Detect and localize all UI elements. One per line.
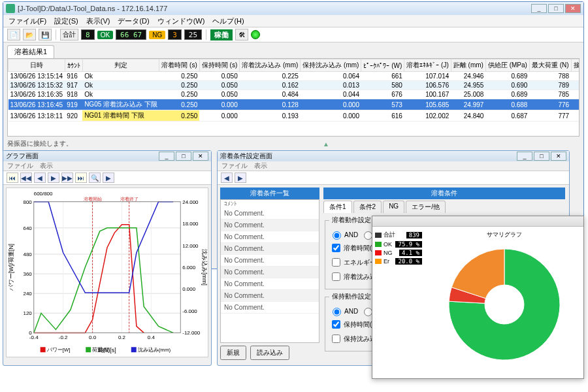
cond-menu-file[interactable]: ファイル (221, 161, 248, 171)
new-icon[interactable]: 📄 (7, 29, 20, 41)
graph-menu-view[interactable]: 表示 (40, 161, 53, 171)
tool-icon[interactable]: 🛠 (235, 29, 248, 41)
cond-next-icon[interactable]: ▶ (235, 172, 246, 183)
col-header[interactable]: 溶着ｴﾈﾙｷﾞｰ (J) (404, 59, 451, 72)
minimize-button[interactable]: _ (531, 4, 547, 13)
col-header[interactable]: 接触速度 (mm/s) (571, 59, 580, 72)
load-button[interactable]: 読み込み (250, 346, 289, 360)
maximize-button[interactable]: □ (548, 4, 564, 13)
chk-weld-time[interactable]: 溶着時間(s) (329, 242, 378, 254)
cond-min-button[interactable]: _ (517, 152, 532, 161)
svg-text:-0.2: -0.2 (59, 335, 68, 340)
graph-min-button[interactable]: _ (159, 152, 174, 161)
app-icon (6, 4, 15, 13)
close-button[interactable]: ✕ (565, 4, 581, 13)
menu-view[interactable]: 表示(V) (86, 16, 110, 26)
rewind-icon[interactable]: ◀◀ (20, 172, 32, 183)
cond-list-item[interactable]: No Comment. (221, 302, 319, 314)
graph-menu-file[interactable]: ファイル (7, 161, 33, 171)
cond-list-item[interactable]: No Comment. (221, 208, 319, 220)
menu-data[interactable]: データ(D) (118, 16, 149, 26)
svg-text:18.000: 18.000 (182, 221, 199, 227)
cond-menu-view[interactable]: 表示 (254, 161, 267, 171)
summary-legend: 合計839OK75.9 %NG4.1 %Er20.0 % (372, 227, 425, 377)
table-row[interactable]: 13/06/26 13:16:45919NG05 溶着沈み込み 下限0.2500… (8, 99, 580, 110)
radio-hold-and[interactable]: AND (329, 306, 358, 316)
table-row[interactable]: 13/06/26 13:15:14916Ok0.2500.0500.2250.0… (8, 72, 580, 81)
svg-text:パワー[W]/荷重[N]: パワー[W]/荷重[N] (8, 244, 14, 291)
legend-item: OK75.9 % (375, 241, 422, 248)
svg-text:0.000: 0.000 (182, 286, 195, 292)
menu-window[interactable]: ウィンドウ(W) (157, 16, 205, 26)
rewind-all-icon[interactable]: ⏮ (7, 172, 18, 183)
summary-window: 合計839OK75.9 %NG4.1 %Er20.0 % サマリグラフ (372, 216, 584, 379)
cond-list-item[interactable]: No Comment. (221, 255, 319, 267)
col-header[interactable]: ﾋﾟｰｸﾊﾟﾜｰ (W) (361, 59, 404, 72)
menu-settings[interactable]: 設定(S) (54, 16, 78, 26)
tab-cond1[interactable]: 条件1 (323, 201, 352, 213)
table-row[interactable]: 13/06/26 13:18:11920NG01 溶着時間 下限0.2500.0… (8, 110, 580, 122)
table-row[interactable]: 13/06/26 13:15:32917Ok0.2500.0500.1620.0… (8, 81, 580, 90)
cond-max-button[interactable]: □ (534, 152, 549, 161)
col-header[interactable]: 保持時間 (s) (199, 59, 239, 72)
svg-text:6.000: 6.000 (182, 265, 195, 270)
open-icon[interactable]: 📂 (23, 29, 36, 41)
graph-close-button[interactable]: ✕ (193, 152, 208, 161)
fwd-all-icon[interactable]: ⏭ (75, 172, 87, 183)
cond-right-header: 溶着条件 (323, 188, 565, 199)
cond-list-item[interactable]: No Comment. (221, 220, 319, 231)
tab-error[interactable]: エラー/他 (406, 201, 446, 213)
ng-badge: NG (149, 31, 165, 39)
sum-button[interactable]: 合計 (60, 29, 78, 41)
summary-title: サマリグラフ (487, 231, 522, 239)
col-header[interactable]: 距離 (mm) (451, 59, 485, 72)
col-header[interactable]: 判定 (82, 59, 159, 72)
col-header[interactable]: 日時 (8, 59, 65, 72)
zoom-icon[interactable]: 🔍 (89, 172, 101, 183)
tab-ng[interactable]: NG (383, 201, 404, 213)
save-icon[interactable]: 💾 (39, 29, 52, 41)
svg-text:640: 640 (23, 225, 32, 231)
cond-list-colhdr: ｺﾒﾝﾄ (221, 200, 319, 208)
status-led-icon (251, 30, 260, 39)
radio-and[interactable]: AND (329, 229, 358, 240)
hold-legend: 保持動作設定 (329, 292, 374, 301)
table-row[interactable]: 13/06/26 13:16:35918Ok0.2500.0500.4840.0… (8, 90, 580, 99)
next-icon[interactable]: ▶ (48, 172, 59, 183)
col-header[interactable]: 溶着時間 (s) (159, 59, 199, 72)
cond-prev-icon[interactable]: ◀ (221, 172, 233, 183)
summary-titlebar (372, 216, 583, 227)
new-button[interactable]: 新規 (220, 346, 246, 360)
cond-list-item[interactable]: No Comment. (221, 231, 319, 243)
result-tab[interactable]: 溶着結果1 (7, 45, 54, 58)
col-header[interactable]: 供給圧 (MPa) (485, 59, 529, 72)
cond-list-item[interactable]: No Comment. (221, 290, 319, 302)
svg-text:800: 800 (23, 199, 32, 205)
fwd-icon[interactable]: ▶▶ (61, 172, 73, 183)
menu-help[interactable]: ヘルプ(H) (212, 16, 244, 26)
menu-file[interactable]: ファイル(F) (8, 16, 46, 26)
col-header[interactable]: 溶着沈み込み (mm) (240, 59, 301, 72)
svg-text:-6.000: -6.000 (182, 308, 197, 314)
play-icon[interactable]: ▶ (103, 172, 114, 183)
cond-close-button[interactable]: ✕ (551, 152, 566, 161)
col-header[interactable]: 最大荷重 (N) (529, 59, 571, 72)
tab-cond2[interactable]: 条件2 (353, 201, 382, 213)
svg-text:荷重(N): 荷重(N) (92, 347, 110, 353)
chk-hold-time[interactable]: 保持時間(s) (329, 318, 378, 331)
toolbar: 📄 📂 💾 合計 8 OK 66 67 NG 3 25 稼働 🛠 (3, 27, 583, 42)
expand-icon[interactable]: ▲ (73, 140, 580, 148)
svg-text:沈み込み(mm): 沈み込み(mm) (138, 347, 171, 353)
col-header[interactable]: 保持沈み込み (mm) (301, 59, 361, 72)
graph-max-button[interactable]: □ (176, 152, 191, 161)
cond-title: 溶着条件設定画面 (220, 152, 272, 161)
svg-rect-43 (131, 347, 137, 352)
legend-item: NG4.1 % (375, 250, 422, 256)
prev-icon[interactable]: ◀ (34, 172, 46, 183)
svg-text:沈み込み[mm]: 沈み込み[mm] (201, 249, 208, 286)
titlebar: [J-Tool]D:/Data/J-Tool_Data.ns - 172.16.… (3, 2, 583, 15)
col-header[interactable]: ｶｳﾝﾄ (65, 59, 82, 72)
cond-list-item[interactable]: No Comment. (221, 243, 319, 255)
cond-list-item[interactable]: No Comment. (221, 267, 319, 278)
cond-list-item[interactable]: No Comment. (221, 278, 319, 290)
